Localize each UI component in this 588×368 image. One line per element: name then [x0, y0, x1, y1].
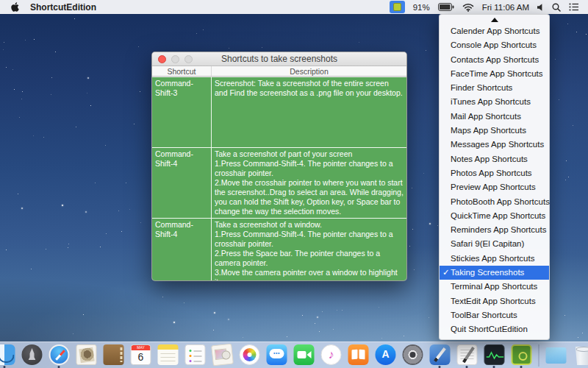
dock-appstore-icon[interactable]: A: [376, 344, 396, 365]
table-row[interactable]: Command-Shift-4 Take a screenshot of a w…: [152, 219, 406, 281]
shortcut-table: Command-Shift-3 Screenshot: Take a scree…: [152, 77, 406, 280]
description-cell: Take a screenshot of part of your screen…: [212, 148, 406, 218]
window-titlebar[interactable]: Shortcuts to take screenshots: [152, 52, 406, 66]
menu-item-reminders[interactable]: Reminders App Shortcuts: [440, 223, 549, 237]
menu-item-finder[interactable]: Finder Shortcuts: [440, 81, 549, 95]
dock-ibooks-icon[interactable]: [348, 344, 369, 365]
battery-icon[interactable]: [438, 3, 454, 11]
menu-item-console[interactable]: Console App Shortcuts: [440, 38, 549, 52]
menu-item-preview[interactable]: Preview App Shortcuts: [440, 180, 549, 194]
menu-item-toolbar[interactable]: ToolBar Shortcuts: [440, 308, 549, 322]
dock-photos-icon[interactable]: [240, 344, 260, 365]
minimize-button[interactable]: [171, 55, 179, 63]
dock-reminders-icon[interactable]: [185, 344, 206, 365]
dock-system-preferences-icon[interactable]: [403, 344, 423, 365]
menu-item-contacts[interactable]: Contacts App Shortcuts: [440, 53, 549, 67]
apple-menu-icon[interactable]: [10, 2, 20, 12]
menu-item-terminal[interactable]: Terminal App Shortcuts: [440, 280, 549, 294]
dock-editor-app-icon[interactable]: [430, 344, 451, 365]
shortcut-cell: Command-Shift-4: [152, 148, 212, 218]
dock-trash-icon[interactable]: [573, 344, 588, 365]
menu-item-facetime[interactable]: FaceTime App Shortcuts: [440, 67, 549, 81]
dock-divider: [539, 344, 539, 367]
dock-itunes-icon[interactable]: ♪: [321, 344, 342, 365]
menu-item-calendar[interactable]: Calender App Shortcuts: [440, 24, 549, 38]
dock-textedit-icon[interactable]: [457, 344, 478, 365]
dock-downloads-folder-icon[interactable]: [546, 344, 567, 365]
wifi-icon[interactable]: [462, 3, 474, 12]
table-header: Shortcut Description: [152, 66, 406, 77]
status-menu: Calender App Shortcuts Console App Short…: [439, 14, 550, 340]
menubar-clock[interactable]: Fri 11:06 AM: [482, 3, 529, 12]
dock-notes-icon[interactable]: [158, 344, 179, 365]
menu-item-quit[interactable]: Quit ShortCutEdition: [440, 322, 549, 336]
window-title: Shortcuts to take screenshots: [221, 54, 337, 64]
dock-contacts-icon[interactable]: [104, 344, 124, 365]
checkmark-icon: ✓: [442, 266, 451, 280]
table-row[interactable]: Command-Shift-3 Screenshot: Take a scree…: [152, 77, 406, 148]
dock-shortcutedition-icon[interactable]: [512, 344, 532, 365]
menu-item-photos[interactable]: Photos App Shortcuts: [440, 166, 549, 180]
menubar-app-name[interactable]: ShortcutEdition: [30, 2, 96, 13]
dock-launchpad-icon[interactable]: [22, 344, 43, 365]
menu-item-stickies[interactable]: Stickies App Shortcuts: [440, 252, 549, 266]
dock-safari-icon[interactable]: [49, 344, 70, 365]
shortcut-cell: Command-Shift-3: [152, 77, 212, 147]
shortcuts-window: Shortcuts to take screenshots Shortcut D…: [151, 52, 407, 281]
dock-photo-envelope-icon[interactable]: [212, 344, 233, 365]
dock-facetime-icon[interactable]: [294, 344, 315, 365]
description-cell: Screenshot: Take a screenshot of the ent…: [212, 77, 406, 147]
dock-finder-icon[interactable]: [0, 344, 15, 365]
shortcutedition-menu-icon: [393, 3, 401, 11]
menu-bar: ShortcutEdition 91% Fri 11:06 AM: [0, 0, 588, 14]
dock: MAY6 ••• ♪ A: [0, 342, 588, 368]
menu-item-itunes[interactable]: iTunes App Shortcuts: [440, 95, 549, 109]
volume-icon[interactable]: [537, 4, 544, 11]
description-cell: Take a screenshot of a window. 1.Press C…: [212, 219, 406, 281]
shortcutedition-status-item[interactable]: [390, 1, 405, 13]
menu-scroll-up-arrow[interactable]: [440, 15, 549, 24]
menu-item-quicktime[interactable]: QuickTime App Shortcuts: [440, 209, 549, 223]
close-button[interactable]: [158, 55, 166, 63]
menu-item-photobooth[interactable]: PhotoBooth App Shortcuts: [440, 195, 549, 209]
spotlight-icon[interactable]: [552, 3, 561, 12]
dock-mail-icon[interactable]: [76, 344, 97, 365]
table-row[interactable]: Command-Shift-4 Take a screenshot of par…: [152, 148, 406, 219]
column-header-shortcut[interactable]: Shortcut: [152, 66, 212, 76]
menu-item-mail[interactable]: Mail App Shortcuts: [440, 110, 549, 124]
zoom-button[interactable]: [184, 55, 193, 63]
column-header-description[interactable]: Description: [212, 66, 406, 76]
dock-console-icon[interactable]: [484, 344, 505, 365]
menu-item-safari[interactable]: Safari 9(El Capitan): [440, 237, 549, 251]
menu-item-textedit[interactable]: TextEdit App Shortcuts: [440, 294, 549, 308]
shortcut-cell: Command-Shift-4: [152, 219, 212, 281]
menu-item-taking-screenshots[interactable]: ✓Taking Screenshots: [440, 266, 549, 280]
menu-item-maps[interactable]: Maps App Shortcuts: [440, 124, 549, 138]
dock-messages-icon[interactable]: •••: [267, 344, 287, 365]
battery-percent: 91%: [413, 3, 430, 12]
menu-item-notes[interactable]: Notes App Shortcuts: [440, 152, 549, 166]
dock-calendar-icon[interactable]: MAY6: [131, 344, 151, 365]
notification-center-icon[interactable]: [569, 3, 579, 11]
menu-item-messages[interactable]: Messages App Shortcuts: [440, 138, 549, 152]
